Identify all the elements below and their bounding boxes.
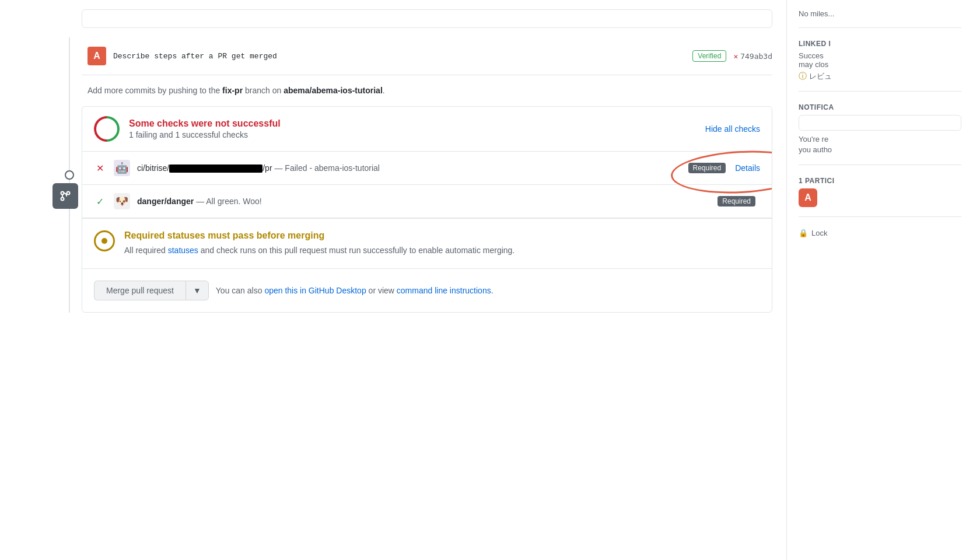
commit-message: Describe steps after a PR get merged bbox=[113, 52, 692, 61]
required-status-description: All required statuses and check runs on … bbox=[124, 244, 514, 257]
hide-all-checks-button[interactable]: Hide all checks bbox=[705, 124, 760, 134]
verified-badge: Verified bbox=[692, 50, 726, 62]
top-commit-box bbox=[82, 9, 772, 28]
merge-button-group: Merge pull request ▼ bbox=[94, 281, 209, 300]
danger-name: danger/danger bbox=[137, 197, 194, 206]
checks-fail-subtitle: 1 failing and 1 successful checks bbox=[129, 130, 705, 139]
required-status-text: Required statuses must pass before mergi… bbox=[124, 230, 514, 257]
check-row-danger: ✓ 🐶 danger/danger — All green. Woo! Requ… bbox=[82, 185, 772, 218]
merge-row: Merge pull request ▼ You can also open t… bbox=[82, 268, 772, 312]
right-sidebar: No miles... Linked i Succes may clos ⓘ レ… bbox=[786, 0, 973, 560]
participant-avatar: A bbox=[799, 188, 817, 207]
merge-icon bbox=[52, 183, 78, 209]
svg-point-1 bbox=[61, 198, 64, 201]
lock-row: 🔒 Lock bbox=[799, 229, 961, 237]
commit-hash-value: 749ab3d bbox=[740, 52, 772, 61]
sidebar-notifications: Notifica You're re you autho bbox=[799, 103, 961, 165]
check-status-icon bbox=[94, 116, 120, 142]
linked-label: Linked i bbox=[799, 40, 961, 48]
notification-input[interactable] bbox=[799, 115, 961, 131]
checks-fail-title: Some checks were not successful bbox=[129, 118, 705, 129]
check-service-icon-danger: 🐶 bbox=[114, 193, 130, 209]
commit-hash: ✕ 749ab3d bbox=[733, 52, 772, 61]
required-badge-danger: Required bbox=[718, 196, 755, 206]
no-milestones: No miles... bbox=[799, 9, 961, 18]
sidebar-milestones: No miles... bbox=[799, 9, 961, 28]
check-row-ci-bitrise: ✕ 🤖 ci/bitrise//pr — Failed - abema-ios-… bbox=[82, 152, 772, 185]
check-status-title: Some checks were not successful 1 failin… bbox=[129, 118, 705, 139]
required-status-inner bbox=[102, 238, 107, 244]
github-desktop-link[interactable]: open this in GitHub Desktop bbox=[264, 286, 366, 295]
required-status-title: Required statuses must pass before mergi… bbox=[124, 230, 514, 241]
participant-avatars: A bbox=[799, 188, 961, 207]
checks-section: Some checks were not successful 1 failin… bbox=[82, 106, 772, 313]
check-fail-icon: ✕ bbox=[94, 163, 106, 174]
required-status-icon bbox=[94, 230, 115, 251]
linked-success: Succes bbox=[799, 51, 961, 60]
check-name-bitrise: ci/bitrise//pr — Failed - abema-ios-tuto… bbox=[137, 163, 688, 173]
commit-avatar: A bbox=[88, 47, 106, 65]
details-link-bitrise[interactable]: Details bbox=[735, 163, 760, 173]
cli-link[interactable]: command line instructions bbox=[397, 286, 491, 295]
statuses-link[interactable]: statuses bbox=[168, 246, 198, 255]
required-badge-bitrise: Required bbox=[688, 163, 726, 173]
linked-info-icon: ⓘ bbox=[799, 71, 807, 82]
svg-point-2 bbox=[67, 192, 70, 195]
check-success-icon: ✓ bbox=[94, 196, 106, 207]
merge-dropdown-arrow[interactable]: ▼ bbox=[186, 281, 209, 300]
check-name-danger: danger/danger — All green. Woo! bbox=[137, 197, 718, 206]
linked-close: may clos bbox=[799, 60, 961, 69]
participants-label: 1 partici bbox=[799, 177, 961, 185]
commit-hash-x: ✕ bbox=[733, 52, 738, 61]
lock-label: Lock bbox=[811, 229, 827, 237]
commit-meta: Verified ✕ 749ab3d bbox=[692, 50, 772, 62]
sidebar-lock: 🔒 Lock bbox=[799, 229, 961, 247]
required-status-section: Required statuses must pass before mergi… bbox=[82, 218, 772, 268]
linked-japanese: レビュ bbox=[809, 71, 832, 82]
notification-label: Notifica bbox=[799, 103, 961, 111]
check-service-icon-bitrise: 🤖 bbox=[114, 160, 130, 176]
add-commits-message: Add more commits by pushing to the fix-p… bbox=[35, 75, 786, 106]
sidebar-linked: Linked i Succes may clos ⓘ レビュ bbox=[799, 40, 961, 92]
merge-also-text: You can also open this in GitHub Desktop… bbox=[216, 285, 494, 297]
merge-pull-request-button[interactable]: Merge pull request bbox=[94, 281, 186, 300]
checks-header: Some checks were not successful 1 failin… bbox=[82, 107, 772, 152]
check-name-redacted bbox=[169, 164, 262, 173]
lock-icon: 🔒 bbox=[799, 229, 808, 237]
sidebar-participants: 1 partici A bbox=[799, 177, 961, 217]
you-re-receiving: You're re you autho bbox=[799, 134, 961, 155]
